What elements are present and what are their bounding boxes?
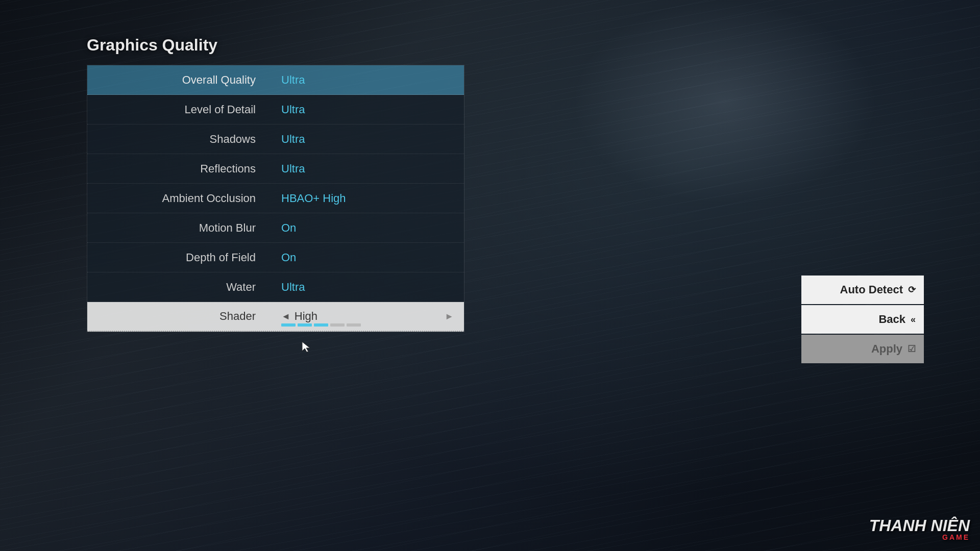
setting-label-reflections: Reflections [87,162,271,176]
settings-list: Overall QualityUltraLevel of DetailUltra… [87,65,464,332]
back-button[interactable]: Back « [801,305,924,334]
setting-label-water: Water [87,281,271,294]
setting-label-depth-of-field: Depth of Field [87,251,271,264]
shader-segment-4 [347,323,361,327]
auto-detect-icon: ⟳ [908,284,916,295]
arrow-left-icon[interactable]: ◄ [281,311,290,322]
watermark-line2: GAME [869,534,970,541]
setting-value-level-of-detail: Ultra [271,103,464,116]
setting-value-depth-of-field: On [271,251,464,264]
setting-label-ambient-occlusion: Ambient Occlusion [87,192,271,205]
auto-detect-button[interactable]: Auto Detect ⟳ [801,276,924,304]
setting-value-shadows: Ultra [271,133,464,146]
shader-segment-3 [330,323,345,327]
setting-row-depth-of-field[interactable]: Depth of FieldOn [87,243,464,272]
back-icon: « [911,314,916,325]
setting-row-water[interactable]: WaterUltra [87,272,464,302]
watermark: THANH NIÊN GAME [869,517,970,541]
watermark-line1: THANH NIÊN [869,517,970,534]
right-panel: Auto Detect ⟳ Back « Apply ☑ [801,276,924,363]
setting-row-level-of-detail[interactable]: Level of DetailUltra [87,95,464,124]
setting-row-overall-quality[interactable]: Overall QualityUltra [87,65,464,95]
setting-value-motion-blur: On [271,221,464,235]
auto-detect-label: Auto Detect [840,283,903,296]
shader-segment-0 [281,323,296,327]
shader-progress-bar [281,323,361,327]
setting-row-motion-blur[interactable]: Motion BlurOn [87,213,464,243]
back-label: Back [878,313,905,326]
setting-row-ambient-occlusion[interactable]: Ambient OcclusionHBAO+ High [87,184,464,213]
apply-icon: ☑ [908,343,916,355]
apply-button[interactable]: Apply ☑ [801,335,924,363]
setting-value-ambient-occlusion: HBAO+ High [271,192,464,205]
setting-value-water: Ultra [271,281,464,294]
setting-label-overall-quality: Overall Quality [87,73,271,87]
arrow-right-icon[interactable]: ► [445,311,454,322]
setting-label-shader: Shader [87,310,271,323]
setting-value-shader: ◄ High [271,310,464,323]
main-content: Graphics Quality Overall QualityUltraLev… [87,36,464,332]
setting-row-shadows[interactable]: ShadowsUltra [87,124,464,154]
page-title: Graphics Quality [87,36,464,55]
setting-row-shader[interactable]: ►Shader◄ High [87,302,464,332]
setting-value-reflections: Ultra [271,162,464,176]
shader-segment-2 [314,323,328,327]
setting-label-motion-blur: Motion Blur [87,221,271,235]
setting-row-reflections[interactable]: ReflectionsUltra [87,154,464,184]
setting-label-level-of-detail: Level of Detail [87,103,271,116]
setting-value-overall-quality: Ultra [271,73,464,87]
apply-label: Apply [871,342,902,356]
shader-value-text: High [295,310,317,323]
setting-label-shadows: Shadows [87,133,271,146]
shader-segment-1 [298,323,312,327]
